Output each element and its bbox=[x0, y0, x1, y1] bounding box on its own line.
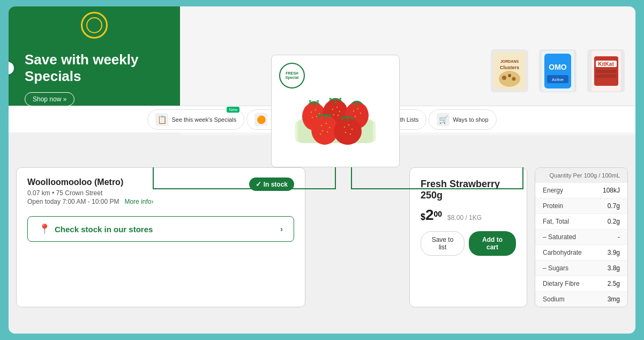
carousel-product-3[interactable]: KitKat bbox=[587, 49, 625, 92]
location-pin-icon: 📍 bbox=[39, 223, 50, 235]
svg-point-34 bbox=[357, 108, 358, 109]
nutrition-row: Fat, Total 0.2g bbox=[535, 214, 627, 230]
more-info-link[interactable]: More info› bbox=[124, 198, 153, 205]
product-image-omo: OMO Active bbox=[539, 49, 576, 92]
svg-point-21 bbox=[311, 112, 312, 113]
store-availability-card: Woolloomooloo (Metro) 0.07 km • 75 Crown… bbox=[16, 167, 305, 307]
main-container: ‹ Save with weekly Specials Shop now » J… bbox=[9, 6, 635, 334]
product-price: $200 bbox=[421, 206, 442, 224]
nutrition-row: Dietary Fibre 2.5g bbox=[535, 276, 627, 292]
nutrition-label: – Sugars bbox=[543, 264, 568, 272]
svg-text:KitKat: KitKat bbox=[598, 61, 614, 67]
svg-point-4 bbox=[502, 76, 506, 80]
svg-point-31 bbox=[338, 115, 339, 116]
svg-point-48 bbox=[345, 132, 347, 134]
add-to-cart-button[interactable]: Add to cart bbox=[469, 231, 516, 256]
nutrition-value: 0.2g bbox=[608, 218, 620, 225]
quick-link-ways[interactable]: 🛒 Ways to shop bbox=[429, 109, 496, 130]
nutrition-row: Carbohydrate 3.9g bbox=[535, 245, 627, 261]
svg-point-30 bbox=[333, 114, 334, 115]
svg-point-46 bbox=[348, 124, 350, 126]
specials-label: See this week's Specials bbox=[171, 116, 236, 123]
store-hours: Open today 7:00 AM - 10:00 PM More info› bbox=[27, 198, 153, 205]
fresh-special-badge: FRESH Special bbox=[279, 63, 305, 88]
nutrition-card: Quantity Per 100g / 100mL Energy 108kJ P… bbox=[535, 167, 628, 307]
nutrition-value: 3mg bbox=[608, 295, 620, 303]
store-header-row: Woolloomooloo (Metro) 0.07 km • 75 Crown… bbox=[27, 178, 294, 205]
nutrition-header: Quantity Per 100g / 100mL bbox=[535, 168, 627, 183]
specials-icon: 📋 bbox=[155, 113, 168, 126]
svg-point-43 bbox=[320, 134, 321, 135]
nutrition-value: 108kJ bbox=[603, 187, 620, 194]
svg-point-5 bbox=[508, 74, 511, 77]
nutrition-row: Protein 0.7g bbox=[535, 198, 627, 214]
svg-rect-16 bbox=[596, 70, 617, 73]
nutrition-label: Energy bbox=[543, 187, 563, 194]
shop-now-button[interactable]: Shop now » bbox=[25, 92, 74, 106]
nutrition-value: 3.9g bbox=[608, 249, 620, 256]
product-image-kitkat: KitKat bbox=[587, 49, 625, 92]
new-badge: New bbox=[227, 107, 239, 113]
carousel-product-1[interactable]: JORDANS Clusters bbox=[491, 49, 528, 92]
nutrition-rows: Energy 108kJ Protein 0.7g Fat, Total 0.2… bbox=[535, 183, 627, 307]
chevron-right-icon: › bbox=[280, 225, 283, 233]
save-to-list-button[interactable]: Save to list bbox=[421, 231, 465, 256]
svg-point-40 bbox=[329, 127, 331, 129]
logo-inner bbox=[86, 17, 102, 33]
strawberry-image bbox=[290, 73, 381, 149]
nutrition-row: – Sugars 3.8g bbox=[535, 261, 627, 276]
strawberry-product-card: FRESH Special bbox=[271, 55, 400, 167]
price-per-kg: $8.00 / 1KG bbox=[447, 214, 482, 221]
nutrition-label: Protein bbox=[543, 202, 563, 210]
svg-point-25 bbox=[316, 116, 317, 117]
nutrition-row: – Saturated - bbox=[535, 230, 627, 245]
product-action-buttons: Save to list Add to cart bbox=[421, 231, 516, 256]
quick-link-specials[interactable]: New 📋 See this week's Specials bbox=[147, 109, 244, 130]
price-cents: 00 bbox=[433, 210, 442, 218]
svg-point-36 bbox=[355, 116, 356, 117]
svg-point-39 bbox=[326, 123, 327, 124]
svg-point-22 bbox=[315, 109, 316, 110]
svg-text:Clusters: Clusters bbox=[500, 65, 519, 70]
product-detail-card: Fresh Strawberry 250g $200 $8.00 / 1KG S… bbox=[409, 167, 527, 307]
nutrition-label: Fat, Total bbox=[543, 218, 569, 225]
svg-point-28 bbox=[336, 107, 338, 108]
svg-point-3 bbox=[499, 71, 520, 87]
price-whole: 2 bbox=[425, 206, 434, 223]
nutrition-label: Sodium bbox=[543, 295, 565, 303]
carousel-prev-button[interactable]: ‹ bbox=[9, 62, 14, 75]
svg-point-38 bbox=[321, 125, 323, 127]
product-image-clusters: JORDANS Clusters bbox=[491, 49, 528, 92]
svg-point-29 bbox=[339, 111, 340, 112]
bottom-section: Woolloomooloo (Metro) 0.07 km • 75 Crown… bbox=[16, 167, 628, 307]
svg-rect-17 bbox=[596, 75, 617, 78]
nutrition-value: 3.8g bbox=[608, 264, 620, 272]
nutrition-value: 0.7g bbox=[608, 202, 620, 210]
product-title: Fresh Strawberry 250g bbox=[421, 179, 516, 201]
in-stock-badge: ✓ In stock bbox=[249, 178, 294, 191]
store-info: Woolloomooloo (Metro) 0.07 km • 75 Crown… bbox=[27, 178, 153, 205]
store-distance: 0.07 km • 75 Crown Street bbox=[27, 189, 153, 197]
svg-point-45 bbox=[344, 127, 346, 128]
dollar-sign: $ bbox=[421, 212, 425, 221]
checkmark-icon: ✓ bbox=[256, 180, 261, 188]
svg-text:Active: Active bbox=[552, 77, 564, 82]
svg-point-44 bbox=[334, 118, 362, 145]
nutrition-row: Sodium 3mg bbox=[535, 292, 627, 307]
nutrition-value: - bbox=[618, 233, 620, 241]
nutrition-label: Carbohydrate bbox=[543, 249, 582, 256]
svg-point-49 bbox=[350, 134, 351, 135]
svg-point-33 bbox=[353, 110, 354, 112]
points-icon: 🟠 bbox=[254, 113, 267, 126]
carousel-product-2[interactable]: OMO Active bbox=[539, 49, 576, 92]
check-stock-button[interactable]: 📍 Check stock in our stores › bbox=[27, 216, 294, 242]
nutrition-row: Energy 108kJ bbox=[535, 183, 627, 198]
svg-point-24 bbox=[312, 117, 313, 118]
store-name: Woolloomooloo (Metro) bbox=[27, 178, 153, 187]
woolworths-logo bbox=[81, 12, 108, 39]
svg-point-35 bbox=[360, 113, 361, 114]
svg-point-42 bbox=[327, 131, 328, 133]
nutrition-label: – Saturated bbox=[543, 233, 576, 241]
svg-text:JORDANS: JORDANS bbox=[500, 60, 519, 63]
ways-icon: 🛒 bbox=[437, 113, 450, 126]
